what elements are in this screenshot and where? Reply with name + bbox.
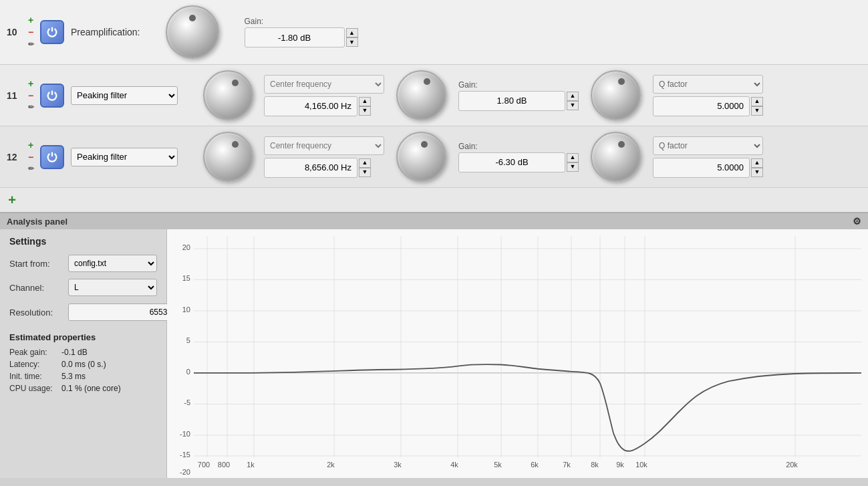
gain-input-12[interactable] xyxy=(458,152,565,172)
analysis-settings-icon[interactable]: ⚙ xyxy=(853,216,861,227)
gain-up-10[interactable]: ▲ xyxy=(346,28,358,37)
freq-knob-11[interactable] xyxy=(203,70,253,120)
svg-text:700: 700 xyxy=(198,461,210,469)
analysis-title: Analysis panel xyxy=(7,217,67,227)
analysis-header: Analysis panel ⚙ xyxy=(0,212,868,229)
filter-select-group-11: Peaking filter xyxy=(71,86,188,105)
svg-text:0: 0 xyxy=(186,368,190,376)
channel-label: Channel: xyxy=(9,283,63,293)
svg-text:5: 5 xyxy=(186,336,190,344)
freq-input-12[interactable] xyxy=(264,158,357,178)
gain-knob-11[interactable] xyxy=(396,70,446,120)
settings-title: Settings xyxy=(9,236,157,247)
analysis-sidebar: Settings Start from: config.txt Channel:… xyxy=(0,229,167,478)
edit-band-11[interactable]: ✏ xyxy=(25,102,36,113)
q-input-11[interactable] xyxy=(653,96,750,116)
resolution-input[interactable] xyxy=(68,303,175,321)
svg-text:10: 10 xyxy=(182,306,190,314)
edit-band-12[interactable]: ✏ xyxy=(25,164,36,174)
gain-down-10[interactable]: ▼ xyxy=(346,37,358,47)
svg-rect-0 xyxy=(167,229,868,478)
q-dropdown-11[interactable]: Q factor xyxy=(653,75,763,94)
freq-input-11[interactable] xyxy=(264,96,357,116)
power-button-10[interactable] xyxy=(40,20,64,44)
cpu-row: CPU usage: 0.1 % (one core) xyxy=(9,384,157,393)
band-row-12: 12 + − ✏ Peaking filter Center frequency xyxy=(0,126,868,188)
knob-pream[interactable] xyxy=(166,5,219,59)
freq-down-12[interactable]: ▼ xyxy=(359,168,371,177)
latency-row: Latency: 0.0 ms (0 s.) xyxy=(9,360,157,369)
cpu-value: 0.1 % (one core) xyxy=(61,384,121,393)
edit-band-10[interactable]: ✏ xyxy=(25,39,36,49)
init-time-value: 5.3 ms xyxy=(61,372,86,381)
svg-text:-5: -5 xyxy=(184,398,190,406)
gain-group-12: Gain: ▲ ▼ xyxy=(458,142,579,172)
peak-gain-value: -0.1 dB xyxy=(61,348,88,357)
gain-knob-12[interactable] xyxy=(396,132,446,182)
freq-dropdown-11[interactable]: Center frequency xyxy=(264,75,384,94)
svg-text:10k: 10k xyxy=(635,461,647,469)
svg-text:8k: 8k xyxy=(591,461,599,469)
add-band-above-12[interactable]: + xyxy=(25,140,36,150)
band-controls-12: + − ✏ xyxy=(25,140,36,174)
band-number-10: 10 xyxy=(7,27,25,37)
svg-text:3k: 3k xyxy=(394,461,402,469)
freq-down-11[interactable]: ▼ xyxy=(359,106,371,116)
q-up-12[interactable]: ▲ xyxy=(751,158,763,168)
freq-up-12[interactable]: ▲ xyxy=(359,158,371,168)
band-row-11: 11 + − ✏ Peaking filter Center frequency xyxy=(0,65,868,126)
freq-up-11[interactable]: ▲ xyxy=(359,97,371,106)
freq-knob-12[interactable] xyxy=(203,132,253,182)
init-time-row: Init. time: 5.3 ms xyxy=(9,372,157,381)
remove-band-11[interactable]: − xyxy=(25,90,36,101)
q-dropdown-12[interactable]: Q factor xyxy=(653,136,763,155)
freq-dropdown-12[interactable]: Center frequency xyxy=(264,136,384,155)
gain-label-10: Gain: xyxy=(245,17,358,26)
resolution-row: Resolution: ▲ ▼ xyxy=(9,303,157,322)
svg-text:-10: -10 xyxy=(180,430,190,438)
gain-input-11[interactable] xyxy=(458,91,565,111)
add-band-button[interactable]: + xyxy=(7,195,17,205)
q-down-12[interactable]: ▼ xyxy=(751,168,763,177)
remove-band-12[interactable]: − xyxy=(25,152,36,162)
gain-input-10[interactable] xyxy=(245,27,345,47)
peak-gain-row: Peak gain: -0.1 dB xyxy=(9,348,157,357)
svg-text:6k: 6k xyxy=(531,461,539,469)
chart-area: 20 15 10 5 0 -5 -10 -15 -20 700 800 1k 2… xyxy=(167,229,868,478)
gain-label-11: Gain: xyxy=(458,80,579,90)
q-knob-12[interactable] xyxy=(591,132,641,182)
add-band-above-10[interactable]: + xyxy=(25,15,36,25)
filter-type-select-11[interactable]: Peaking filter xyxy=(71,86,178,105)
gain-down-11[interactable]: ▼ xyxy=(567,101,579,110)
channel-row: Channel: L R xyxy=(9,279,157,296)
gain-up-11[interactable]: ▲ xyxy=(567,92,579,101)
filter-type-select-12[interactable]: Peaking filter xyxy=(71,148,178,166)
svg-text:20: 20 xyxy=(182,243,190,251)
q-down-11[interactable]: ▼ xyxy=(751,106,763,116)
start-from-select[interactable]: config.txt xyxy=(68,255,157,272)
freq-knob-container-12 xyxy=(203,132,253,182)
power-button-12[interactable] xyxy=(40,145,64,169)
gain-label-12: Gain: xyxy=(458,142,579,151)
band-number-11: 11 xyxy=(7,90,25,101)
remove-band-10[interactable]: − xyxy=(25,27,36,37)
channel-select[interactable]: L R xyxy=(68,279,157,296)
add-band-above-11[interactable]: + xyxy=(25,78,36,89)
svg-text:15: 15 xyxy=(182,274,190,282)
svg-text:20k: 20k xyxy=(786,461,798,469)
resolution-label: Resolution: xyxy=(9,308,63,318)
svg-text:800: 800 xyxy=(218,461,230,469)
q-up-11[interactable]: ▲ xyxy=(751,97,763,106)
gain-down-12[interactable]: ▼ xyxy=(567,162,579,172)
q-knob-container-12 xyxy=(591,132,641,182)
estimated-section: Estimated properties Peak gain: -0.1 dB … xyxy=(9,332,157,393)
power-button-11[interactable] xyxy=(40,84,64,108)
analysis-body: Settings Start from: config.txt Channel:… xyxy=(0,229,868,478)
q-knob-11[interactable] xyxy=(591,70,641,120)
gain-spinner-10: ▲ ▼ xyxy=(346,28,358,47)
gain-knob-10[interactable] xyxy=(166,5,219,59)
svg-text:1k: 1k xyxy=(247,461,255,469)
q-input-12[interactable] xyxy=(653,158,750,178)
gain-up-12[interactable]: ▲ xyxy=(567,153,579,162)
svg-text:9k: 9k xyxy=(616,461,624,469)
